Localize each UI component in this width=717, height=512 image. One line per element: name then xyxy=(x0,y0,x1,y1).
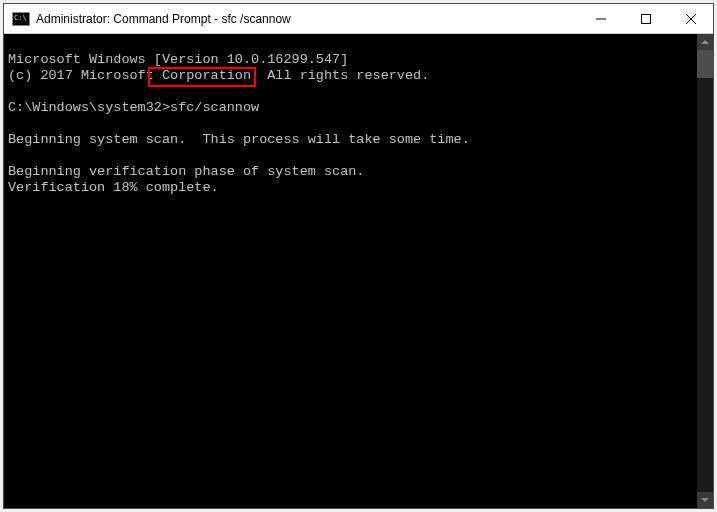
scroll-down-button[interactable] xyxy=(697,492,713,508)
console-line: Verification 18% complete. xyxy=(8,180,219,195)
prompt-command: sfc/scannow xyxy=(170,100,259,115)
console-line: Beginning verification phase of system s… xyxy=(8,164,364,179)
minimize-icon xyxy=(596,14,606,24)
maximize-button[interactable] xyxy=(623,4,668,33)
window-controls xyxy=(578,4,713,33)
titlebar[interactable]: C:\ Administrator: Command Prompt - sfc … xyxy=(4,4,713,34)
close-icon xyxy=(686,14,696,24)
console-output[interactable]: Microsoft Windows [Version 10.0.16299.54… xyxy=(4,34,713,508)
command-prompt-window: C:\ Administrator: Command Prompt - sfc … xyxy=(3,3,714,509)
close-button[interactable] xyxy=(668,4,713,33)
minimize-button[interactable] xyxy=(578,4,623,33)
scrollbar-thumb[interactable] xyxy=(697,50,713,78)
cmd-icon: C:\ xyxy=(12,12,30,26)
vertical-scrollbar[interactable] xyxy=(697,34,713,508)
chevron-down-icon xyxy=(701,498,709,502)
maximize-icon xyxy=(641,14,651,24)
scroll-up-button[interactable] xyxy=(697,34,713,50)
window-title: Administrator: Command Prompt - sfc /sca… xyxy=(36,12,578,26)
scrollbar-track[interactable] xyxy=(697,50,713,492)
prompt-path: C:\Windows\system32> xyxy=(8,100,170,115)
console-line: Microsoft Windows [Version 10.0.16299.54… xyxy=(8,52,348,67)
chevron-up-icon xyxy=(701,40,709,44)
svg-rect-1 xyxy=(641,14,650,23)
cmd-icon-text: C:\ xyxy=(13,15,27,22)
console-line: Beginning system scan. This process will… xyxy=(8,132,470,147)
console-line: (c) 2017 Microsoft Corporation. All righ… xyxy=(8,68,429,83)
console-prompt: C:\Windows\system32>sfc/scannow xyxy=(8,100,259,115)
